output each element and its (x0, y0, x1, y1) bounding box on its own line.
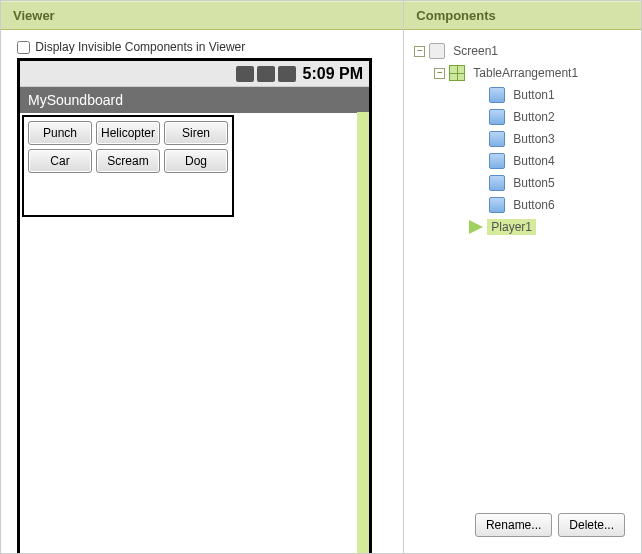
table-arrangement[interactable]: Punch Helicopter Siren Car Scream Dog (22, 115, 234, 217)
button-icon (489, 131, 505, 147)
tree-label[interactable]: Player1 (487, 219, 536, 235)
button-helicopter[interactable]: Helicopter (96, 121, 160, 145)
tree-node-player[interactable]: Player1 (414, 216, 631, 238)
viewer-panel: Viewer Display Invisible Components in V… (1, 1, 404, 553)
collapse-icon[interactable]: − (434, 68, 445, 79)
display-invisible-checkbox[interactable] (17, 41, 30, 54)
tree-node-screen[interactable]: − Screen1 (414, 40, 631, 62)
delete-button[interactable]: Delete... (558, 513, 625, 537)
tree-label[interactable]: Button5 (509, 175, 558, 191)
tree-label[interactable]: Button4 (509, 153, 558, 169)
tree-label[interactable]: TableArrangement1 (469, 65, 582, 81)
clock-label: 5:09 PM (303, 65, 363, 83)
collapse-icon[interactable]: − (414, 46, 425, 57)
viewer-edge-strip (357, 112, 369, 553)
components-header: Components (404, 1, 641, 30)
tree-node-button[interactable]: Button5 (414, 172, 631, 194)
button-icon (489, 197, 505, 213)
button-siren[interactable]: Siren (164, 121, 228, 145)
status-bar: 5:09 PM (20, 61, 369, 87)
screen-icon (429, 43, 445, 59)
device-frame: 5:09 PM MySoundboard Punch Helicopter Si… (17, 58, 372, 553)
button-icon (489, 87, 505, 103)
button-icon (489, 175, 505, 191)
network-icon (236, 66, 254, 82)
tree-node-button[interactable]: Button2 (414, 106, 631, 128)
tree-node-button[interactable]: Button3 (414, 128, 631, 150)
display-invisible-label: Display Invisible Components in Viewer (35, 40, 245, 54)
tree-node-button[interactable]: Button4 (414, 150, 631, 172)
tree-label[interactable]: Screen1 (449, 43, 502, 59)
button-car[interactable]: Car (28, 149, 92, 173)
signal-icon (257, 66, 275, 82)
table-row: Punch Helicopter Siren (26, 119, 230, 147)
button-punch[interactable]: Punch (28, 121, 92, 145)
tree-node-button[interactable]: Button6 (414, 194, 631, 216)
tree-label[interactable]: Button3 (509, 131, 558, 147)
button-dog[interactable]: Dog (164, 149, 228, 173)
tree-label[interactable]: Button2 (509, 109, 558, 125)
component-tree: − Screen1 − TableArrangement1 Button1 (414, 40, 631, 238)
tree-label[interactable]: Button1 (509, 87, 558, 103)
app-title-bar: MySoundboard (20, 87, 369, 113)
player-icon (469, 220, 483, 234)
tree-label[interactable]: Button6 (509, 197, 558, 213)
display-invisible-row[interactable]: Display Invisible Components in Viewer (17, 40, 393, 54)
table-icon (449, 65, 465, 81)
rename-button[interactable]: Rename... (475, 513, 552, 537)
button-icon (489, 109, 505, 125)
component-actions: Rename... Delete... (475, 513, 625, 537)
tree-node-button[interactable]: Button1 (414, 84, 631, 106)
tree-node-table[interactable]: − TableArrangement1 (414, 62, 631, 84)
button-icon (489, 153, 505, 169)
button-scream[interactable]: Scream (96, 149, 160, 173)
viewer-header: Viewer (1, 1, 403, 30)
components-panel: Components − Screen1 − TableArrangement1 (404, 1, 641, 553)
table-row: Car Scream Dog (26, 147, 230, 175)
battery-icon (278, 66, 296, 82)
